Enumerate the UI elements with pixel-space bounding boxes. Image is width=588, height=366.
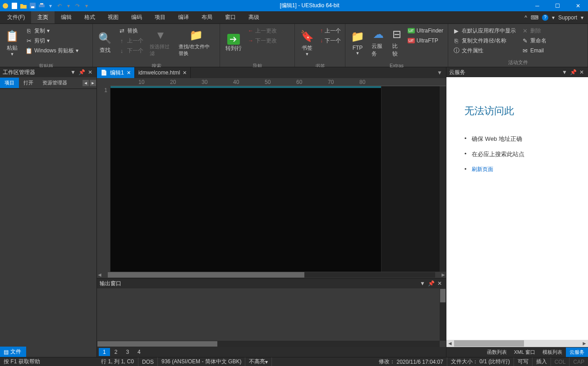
dropdown-icon[interactable]: ▼	[560, 69, 569, 75]
email-button[interactable]: ✉Email	[519, 46, 549, 56]
output-page-tab[interactable]: 2	[110, 348, 122, 356]
menu-tab-project[interactable]: 项目	[148, 11, 172, 23]
workspace-tree[interactable]	[0, 89, 96, 347]
undo-icon[interactable]: ↶	[56, 2, 63, 9]
dropdown-icon[interactable]: ▾	[65, 2, 72, 9]
maximize-button[interactable]: ☐	[547, 0, 568, 11]
dropdown-icon[interactable]: ▾	[83, 2, 90, 9]
dropdown-icon[interactable]: ▾	[47, 2, 54, 9]
editor-tab[interactable]: idmwelcome.html✕	[135, 67, 191, 78]
status-codepage[interactable]: 936 (ANSI/OEM - 简体中文 GBK)	[158, 357, 245, 366]
bookmark-next-button[interactable]: ↓下一个	[317, 36, 344, 46]
cloud-button[interactable]: ☁云服务	[368, 26, 389, 60]
close-icon[interactable]: ✕	[578, 69, 585, 75]
horizontal-scrollbar[interactable]: ◄►	[97, 272, 446, 278]
menu-tab-format[interactable]: 格式	[78, 11, 101, 23]
minimize-button[interactable]: ─	[527, 0, 547, 11]
editor-area[interactable]	[110, 86, 381, 272]
compare-button[interactable]: ⊟比较	[389, 26, 405, 60]
find-button[interactable]: 🔍查找	[95, 26, 115, 60]
refresh-link[interactable]: 刷新页面	[472, 166, 493, 172]
pin-icon[interactable]: 📌	[427, 280, 436, 287]
app-icon[interactable]	[2, 2, 9, 9]
prev-change-button[interactable]: ← 上一更改	[245, 26, 280, 36]
output-page-tab[interactable]: 3	[122, 348, 133, 356]
tab-open[interactable]: 打开	[19, 78, 38, 88]
close-tab-icon[interactable]: ✕	[183, 70, 187, 76]
open-folder-icon[interactable]	[20, 2, 27, 9]
close-tab-icon[interactable]: ✕	[127, 70, 131, 76]
tab-template-list[interactable]: 模板列表	[539, 347, 566, 357]
menu-tab-home[interactable]: 主页	[31, 11, 55, 23]
bookmark-button[interactable]: 🔖书签▼	[297, 26, 317, 60]
vertical-scrollbar[interactable]	[440, 288, 446, 341]
ftp-button[interactable]: 📁FTP▼	[347, 26, 368, 60]
status-highlight[interactable]: 不高亮 ▾	[245, 357, 272, 366]
files-tab[interactable]: ▤文件	[0, 347, 26, 357]
menu-tab-layout[interactable]: 布局	[195, 11, 219, 23]
keyboard-icon[interactable]: ⌨	[531, 14, 538, 21]
filter-button[interactable]: ▼按选择过滤	[146, 26, 175, 60]
close-icon[interactable]: ✕	[87, 69, 94, 75]
editor-tab[interactable]: 📄编辑1✕	[97, 67, 135, 78]
menu-tab-edit[interactable]: 编辑	[55, 11, 78, 23]
windows-clipboard-button[interactable]: 📋Windows 剪贴板 ▾	[23, 46, 81, 56]
tab-explorer[interactable]: 资源管理器	[38, 78, 72, 88]
ultraftp-button[interactable]: UFUltraFTP	[405, 36, 446, 46]
help-icon[interactable]: ?	[542, 14, 548, 21]
bookmark-prev-button[interactable]: ↑上一个	[317, 26, 344, 36]
status-cap[interactable]: CAP	[570, 357, 588, 366]
horizontal-scrollbar[interactable]	[97, 341, 440, 347]
tab-cloud[interactable]: 云服务	[566, 347, 588, 357]
output-page-tab[interactable]: 4	[133, 348, 145, 356]
cut-button[interactable]: ✂剪切 ▾	[23, 36, 81, 46]
tab-xml-window[interactable]: XML 窗口	[510, 347, 539, 357]
replace-button[interactable]: ⇄替换	[115, 26, 146, 36]
tabs-dropdown-icon[interactable]: ▼	[433, 69, 446, 76]
nav-left-icon[interactable]: ◄	[83, 80, 89, 86]
output-page-tab[interactable]: 1	[99, 348, 110, 356]
collapse-ribbon-icon[interactable]: ^	[524, 14, 527, 21]
ultrafinder-button[interactable]: UFUltraFinder	[405, 26, 446, 36]
menu-file[interactable]: 文件(F)	[1, 11, 31, 23]
vertical-scrollbar[interactable]	[440, 86, 446, 272]
output-body[interactable]	[97, 288, 446, 347]
nav-right-icon[interactable]: ►	[90, 80, 96, 86]
find-next-button[interactable]: ↓下一个	[115, 46, 146, 56]
close-button[interactable]: ✕	[568, 0, 588, 11]
delete-button[interactable]: ✕删除	[519, 26, 549, 36]
status-encoding[interactable]: DOS	[138, 357, 158, 366]
open-default-app-button[interactable]: ▶在默认应用程序中显示	[450, 26, 519, 36]
menu-tab-compile[interactable]: 编译	[172, 11, 195, 23]
dropdown-icon[interactable]: ▾	[581, 14, 583, 21]
goto-button[interactable]: 转到行	[222, 26, 245, 60]
pin-icon[interactable]: 📌	[77, 69, 87, 75]
close-icon[interactable]: ✕	[436, 280, 443, 287]
dropdown-icon[interactable]: ▾	[552, 14, 555, 21]
status-position[interactable]: 行 1, 列 1, C0	[97, 357, 138, 366]
horizontal-scrollbar[interactable]: ◄►	[446, 340, 588, 347]
menu-tab-view[interactable]: 视图	[101, 11, 125, 23]
paste-button[interactable]: 📋 粘贴 ▼	[2, 26, 23, 60]
copy-path-button[interactable]: ⎘复制文件路径/名称	[450, 36, 519, 46]
rename-button[interactable]: ✎重命名	[519, 36, 549, 46]
support-link[interactable]: Support	[558, 14, 577, 21]
status-col[interactable]: COL	[551, 357, 570, 366]
save-icon[interactable]	[29, 2, 36, 9]
tab-function-list[interactable]: 函数列表	[483, 347, 510, 357]
new-file-icon[interactable]	[11, 2, 18, 9]
tab-project[interactable]: 项目	[0, 78, 19, 88]
find-prev-button[interactable]: ↑上一个	[115, 36, 146, 46]
dropdown-icon[interactable]: ▼	[69, 69, 77, 75]
minimap[interactable]	[381, 86, 440, 272]
dropdown-icon[interactable]: ▼	[418, 280, 427, 287]
pin-icon[interactable]: 📌	[569, 69, 578, 75]
menu-tab-window[interactable]: 窗口	[219, 11, 242, 23]
copy-button[interactable]: ⎘复制 ▾	[23, 26, 81, 36]
file-props-button[interactable]: ⓘ文件属性	[450, 46, 519, 56]
status-readwrite[interactable]: 可写	[514, 357, 533, 366]
print-icon[interactable]	[38, 2, 45, 9]
redo-icon[interactable]: ↷	[74, 2, 81, 9]
status-insert[interactable]: 插入	[533, 357, 551, 366]
next-change-button[interactable]: → 下一更改	[245, 36, 280, 46]
